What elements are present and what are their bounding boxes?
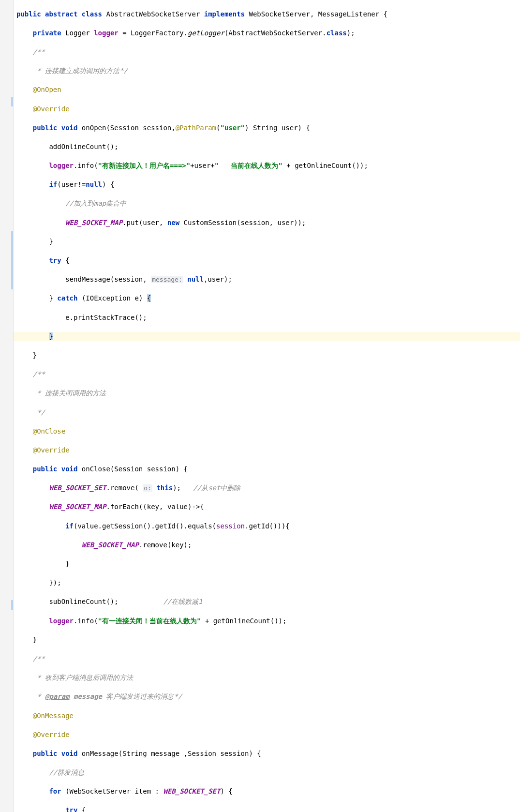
code-area[interactable]: public abstract class AbstractWebSocketS… — [14, 0, 520, 812]
change-marker — [11, 231, 13, 289]
annotation: @OnOpen — [16, 86, 61, 93]
change-marker — [11, 97, 13, 106]
code-editor[interactable]: public abstract class AbstractWebSocketS… — [0, 0, 520, 812]
gutter — [0, 0, 14, 812]
current-line: } — [14, 332, 520, 342]
change-marker — [11, 600, 13, 610]
brace-match: { — [147, 294, 151, 302]
keyword: public abstract class — [16, 10, 102, 18]
parameter-hint: message: — [151, 276, 183, 283]
javadoc: /** — [16, 48, 45, 56]
